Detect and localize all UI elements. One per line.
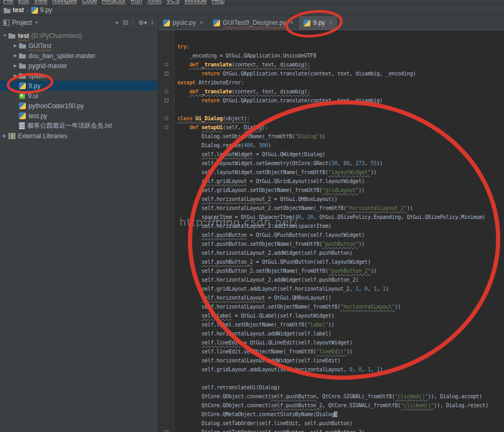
tree-expand-icon[interactable]: ▼ — [1, 33, 8, 38]
tree-item[interactable]: ▶External Libraries — [0, 131, 158, 141]
fold-marker-icon[interactable] — [165, 99, 168, 102]
editor-tab-bar: pyuic.py×GUITest9_Designer.py×9.py× — [158, 16, 504, 30]
code-line[interactable]: self.horizontalLayout_2.addWidget(self.p… — [158, 275, 504, 284]
tab-pyuic.py[interactable]: pyuic.py× — [158, 16, 208, 30]
tree-expand-icon[interactable]: ▶ — [1, 133, 8, 138]
code-line[interactable]: Dialog.setTabOrder(self.pushButton, self… — [158, 428, 504, 432]
code-line[interactable] — [158, 105, 504, 114]
menu-window[interactable]: Window — [184, 0, 207, 4]
code-line[interactable]: self.pushButton_2.setObjectName(_fromUtf… — [158, 266, 504, 275]
code-line[interactable]: self.horizontalLayout.setObjectName(_fro… — [158, 302, 504, 311]
code-text: self.pushButton_2 = QtGui.QPushButton(se… — [158, 259, 370, 265]
code-line[interactable]: self.retranslateUi(Dialog) — [158, 383, 504, 392]
breadcrumb-item-test[interactable]: test — [4, 6, 24, 14]
close-icon[interactable]: × — [329, 19, 332, 26]
tree-item-label: test.py — [28, 112, 47, 120]
menu-tools[interactable]: Tools — [147, 0, 161, 4]
code-text: QtCore.QMetaObject.connectSlotsByName(Di… — [158, 411, 337, 417]
tree-item[interactable]: ▼test (D:\PyCharm\test) — [0, 31, 158, 41]
project-panel-title-button[interactable]: Project ▾ — [3, 19, 37, 26]
menu-view[interactable]: View — [34, 0, 47, 4]
code-line[interactable]: self.lineEdit = QtGui.QLineEdit(self.lay… — [158, 338, 504, 347]
code-line[interactable]: self.horizontalLayout.addWidget(self.lab… — [158, 329, 504, 338]
tree-item[interactable]: 9.py — [0, 81, 158, 91]
code-line[interactable]: Dialog.setObjectName(_fromUtf8("Dialog")… — [158, 132, 504, 141]
tree-expand-icon[interactable]: ▶ — [12, 63, 19, 68]
tab-9.py[interactable]: 9.py× — [299, 16, 338, 30]
code-line[interactable]: self.gridLayout.addLayout(self.horizonta… — [158, 284, 504, 293]
fold-marker-icon[interactable] — [165, 72, 168, 75]
tree-item[interactable]: ▶dou_ban_spider-master — [0, 51, 158, 61]
code-line[interactable]: self.pushButton_2 = QtGui.QPushButton(se… — [158, 257, 504, 266]
code-line[interactable]: def _translate(context, text, disambig): — [158, 87, 504, 96]
code-line[interactable]: return QtGui.QApplication.translate(cont… — [158, 96, 504, 105]
breadcrumb-item-file[interactable]: 9.py — [31, 6, 52, 14]
code-line[interactable]: self.gridLayout.addLayout(self.horizonta… — [158, 365, 504, 374]
code-line[interactable] — [158, 374, 504, 383]
menu-help[interactable]: Help — [212, 0, 225, 4]
code-text: self.gridLayout.setObjectName(_fromUtf8(… — [158, 187, 365, 193]
menu-file[interactable]: File — [3, 0, 13, 4]
code-area[interactable]: try: _encoding = QtGui.QApplication.Unic… — [158, 30, 504, 432]
code-line[interactable]: self.gridLayout.setObjectName(_fromUtf8(… — [158, 186, 504, 195]
menu-refactor[interactable]: Refactor — [102, 0, 126, 4]
code-line[interactable]: self.horizontalLayout = QtGui.QHBoxLayou… — [158, 293, 504, 302]
editor[interactable]: try: _encoding = QtGui.QApplication.Unic… — [158, 30, 504, 432]
menu-navigate[interactable]: Navigate — [52, 0, 77, 4]
fold-marker-icon[interactable] — [165, 63, 168, 66]
code-line[interactable]: self.pushButton = QtGui.QPushButton(self… — [158, 231, 504, 239]
close-icon[interactable]: × — [290, 19, 293, 26]
tree-item[interactable]: ▶spider — [0, 71, 158, 81]
code-text: self.gridLayout = QtGui.QGridLayout(self… — [158, 178, 365, 184]
menu-run[interactable]: Run — [130, 0, 142, 4]
tree-item[interactable]: ▶GUITest — [0, 41, 158, 51]
menu-code[interactable]: Code — [82, 0, 97, 4]
tree-item[interactable]: test.py — [0, 111, 158, 121]
tab-GUITest9_Designer.py[interactable]: GUITest9_Designer.py× — [208, 16, 299, 30]
code-text: except AttributeError: — [158, 80, 244, 85]
fold-marker-icon[interactable] — [165, 126, 168, 129]
fold-marker-icon[interactable] — [165, 90, 168, 93]
tree-item[interactable]: 极客公园最近一年活跃会员.txt — [0, 121, 158, 131]
code-line[interactable]: self.horizontalLayout_2 = QtGui.QHBoxLay… — [158, 195, 504, 204]
code-line[interactable]: self.horizontalLayout_2.setObjectName(_f… — [158, 204, 504, 213]
code-text: self.horizontalLayout = QtGui.QHBoxLayou… — [158, 295, 331, 301]
code-line[interactable]: Dialog.setTabOrder(self.lineEdit, self.p… — [158, 419, 504, 428]
code-line[interactable]: QtCore.QObject.connect(self.pushButton, … — [158, 392, 504, 401]
code-line[interactable]: self.layoutWidget.setObjectName(_fromUtf… — [158, 168, 504, 177]
code-line[interactable]: _encoding = QtGui.QApplication.UnicodeUT… — [158, 51, 504, 60]
tree-item-label: 9.py — [28, 82, 41, 90]
code-line[interactable]: self.gridLayout = QtGui.QGridLayout(self… — [158, 177, 504, 186]
tree-expand-icon[interactable]: ▶ — [12, 73, 19, 78]
code-line[interactable]: except AttributeError: — [158, 78, 504, 87]
code-line[interactable]: return QtGui.QApplication.translate(cont… — [158, 69, 504, 78]
tree-item[interactable]: 9.ui — [0, 91, 158, 101]
code-line[interactable]: self.horizontalLayout_2.addWidget(self.p… — [158, 248, 504, 257]
code-line[interactable]: Dialog.resize(400, 300) — [158, 141, 504, 150]
collapse-all-icon[interactable]: ⊟ — [123, 19, 128, 26]
code-line[interactable]: self.lineEdit.setObjectName(_fromUtf8("l… — [158, 347, 504, 356]
tree-item[interactable]: pythonCoder100.py — [0, 101, 158, 111]
menu-edit[interactable]: Edit — [18, 0, 29, 4]
code-line[interactable]: self.label = QtGui.QLabel(self.layoutWid… — [158, 311, 504, 320]
tree-expand-icon[interactable]: ▶ — [12, 53, 19, 58]
code-line[interactable]: QtCore.QObject.connect(self.pushButton_2… — [158, 401, 504, 410]
menu-vcs[interactable]: VCS — [166, 0, 179, 4]
fold-marker-icon[interactable] — [165, 117, 168, 120]
code-line[interactable]: self.horizontalLayout.addWidget(self.lin… — [158, 356, 504, 365]
code-line[interactable]: QtCore.QMetaObject.connectSlotsByName(Di… — [158, 410, 504, 419]
settings-gear-icon[interactable]: ⚙▾ — [138, 19, 147, 26]
code-line[interactable]: try: — [158, 42, 504, 51]
code-line[interactable]: self.pushButton.setObjectName(_fromUtf8(… — [158, 239, 504, 248]
code-line[interactable]: self.label.setObjectName(_fromUtf8("labe… — [158, 320, 504, 329]
code-line[interactable]: class Ui_Dialog(object): — [158, 114, 504, 123]
tree-expand-icon[interactable]: ▶ — [12, 43, 19, 48]
tree-item[interactable]: ▶pygrid-master — [0, 61, 158, 71]
close-icon[interactable]: × — [199, 19, 203, 26]
hide-panel-icon[interactable]: ⊦ — [151, 19, 155, 26]
locate-icon[interactable]: ⌖ — [115, 19, 119, 26]
code-line[interactable]: self.layoutWidget = QtGui.QWidget(Dialog… — [158, 150, 504, 159]
code-line[interactable]: def setupUi(self, Dialog): — [158, 123, 504, 132]
code-line[interactable]: self.layoutWidget.setGeometry(QtCore.QRe… — [158, 159, 504, 168]
code-line[interactable]: def _translate(context, text, disambig): — [158, 60, 504, 69]
